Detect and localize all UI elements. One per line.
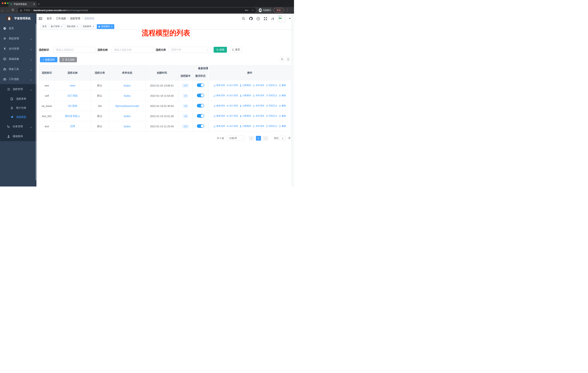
design-process-link[interactable]: ⚙ 设计流程	[227, 84, 238, 87]
avatar[interactable]	[278, 15, 285, 22]
delete-link[interactable]: 删除	[279, 94, 286, 97]
assign-rule-link[interactable]: 分配规则	[240, 125, 251, 128]
sidebar-item-infrastructure[interactable]: 基础设施	[0, 54, 36, 64]
close-icon[interactable]: ✕	[77, 25, 78, 28]
modify-process-link[interactable]: 修改流程	[214, 84, 225, 87]
new-tab-button[interactable]: +	[38, 2, 40, 7]
active-toggle[interactable]	[197, 94, 204, 97]
process-id-input[interactable]	[53, 47, 96, 53]
back-icon[interactable]: ←	[0, 9, 5, 12]
design-process-link[interactable]: ⚙ 设计流程	[227, 114, 238, 118]
breadcrumb-workflow[interactable]: 工作流程	[56, 17, 66, 20]
process-definition-link[interactable]: 流程定义	[266, 125, 277, 128]
import-process-button[interactable]: 导入流程	[59, 57, 77, 62]
next-page-button[interactable]: ›	[263, 136, 268, 141]
active-toggle[interactable]	[197, 124, 204, 128]
goto-page-input[interactable]	[280, 136, 286, 141]
publish-process-link[interactable]: 发布流程	[253, 94, 264, 97]
modify-process-link[interactable]: 修改流程	[214, 104, 225, 107]
process-definition-link[interactable]: 流程定义	[266, 84, 277, 87]
process-definition-link[interactable]: 流程定义	[266, 104, 277, 107]
delete-link[interactable]: 删除	[279, 84, 286, 87]
publish-process-link[interactable]: 发布流程	[253, 125, 264, 128]
delete-link[interactable]: 删除	[279, 104, 286, 107]
modify-process-link[interactable]: 修改流程	[214, 114, 225, 118]
sidebar-item-devtools[interactable]: 研发工具	[0, 64, 36, 74]
sidebar-item-leave-query[interactable]: 请假查询	[0, 131, 36, 141]
sidebar-item-home[interactable]: 首页	[0, 23, 36, 33]
sidebar-item-system[interactable]: ⚙ 系统管理	[0, 33, 36, 44]
fullscreen-icon[interactable]	[263, 17, 267, 20]
url-bar[interactable]: 不安全 dashboard.yudao.iocoder.cn/bpm/manag…	[18, 8, 256, 13]
browser-menu-icon[interactable]: ⋮	[286, 8, 289, 13]
cell-process-name: eeee	[54, 81, 91, 91]
tag-my-process[interactable]: 我的流程✕	[65, 24, 80, 29]
modify-process-link[interactable]: 修改流程	[214, 125, 225, 128]
delete-link[interactable]: 删除	[279, 114, 286, 118]
publish-process-link[interactable]: 发布流程	[253, 114, 264, 118]
design-process-link[interactable]: ⚙ 设计流程	[227, 94, 238, 97]
prev-page-button[interactable]: ‹	[249, 136, 254, 141]
sidebar-item-payment[interactable]: ¥ 支付管理	[0, 44, 36, 54]
active-toggle[interactable]	[197, 83, 204, 87]
process-name-input[interactable]	[112, 47, 154, 53]
search-icon[interactable]	[242, 17, 245, 20]
reset-button[interactable]: 重置	[230, 47, 242, 53]
sidebar-logo[interactable]: 芋道管理系统	[0, 14, 36, 23]
tag-process-form[interactable]: 流程表单✕	[81, 24, 96, 29]
warning-icon[interactable]	[20, 9, 22, 11]
minimize-window-button[interactable]	[4, 2, 6, 4]
close-icon[interactable]: ✕	[111, 25, 113, 28]
design-process-link[interactable]: ⚙ 设计流程	[227, 104, 238, 107]
sidebar-fold-icon[interactable]	[39, 17, 42, 21]
assign-rule-link[interactable]: 分配规则	[240, 104, 251, 107]
create-process-button[interactable]: + 新建流程	[40, 57, 57, 62]
window-scrollbar[interactable]	[291, 14, 294, 186]
reload-icon[interactable]	[10, 9, 15, 12]
sidebar-scrollbar[interactable]	[36, 24, 36, 180]
sidebar-item-task-management[interactable]: 任务管理	[0, 122, 36, 131]
show-search-button[interactable]	[279, 57, 284, 62]
search-button[interactable]: 搜索	[214, 47, 227, 53]
forward-icon[interactable]: →	[5, 9, 10, 12]
window-controls[interactable]	[2, 2, 9, 4]
close-window-button[interactable]	[2, 2, 3, 4]
publish-process-link[interactable]: 发布流程	[253, 104, 264, 107]
modify-process-link[interactable]: 修改流程	[214, 94, 225, 97]
font-size-icon[interactable]: TT	[271, 17, 275, 20]
publish-process-link[interactable]: 发布流程	[253, 84, 264, 87]
assign-rule-link[interactable]: 分配规则	[240, 94, 251, 97]
assign-rule-link[interactable]: 分配规则	[240, 84, 251, 87]
active-toggle[interactable]	[197, 104, 204, 107]
process-definition-link[interactable]: 流程定义	[266, 114, 277, 118]
bookmark-star-icon[interactable]: ☆	[252, 9, 254, 12]
close-icon[interactable]: ✕	[92, 25, 94, 28]
avatar-caret-icon[interactable]	[289, 18, 291, 19]
sidebar-item-process-form[interactable]: 流程表单	[0, 94, 36, 103]
tag-process-model[interactable]: 流程模型✕	[97, 24, 114, 29]
design-process-link[interactable]: ⚙ 设计流程	[227, 125, 238, 128]
sidebar-item-user-group[interactable]: 用户分组	[0, 103, 36, 112]
tag-tenant[interactable]: 租户管理✕	[49, 24, 64, 29]
breadcrumb-home[interactable]: 首页	[47, 17, 52, 20]
process-definition-link[interactable]: 流程定义	[266, 94, 277, 97]
breadcrumb-process-management[interactable]: 流程管理	[70, 17, 80, 20]
close-icon[interactable]: ✕	[61, 25, 63, 28]
assign-rule-link[interactable]: 分配规则	[240, 114, 251, 118]
github-icon[interactable]	[249, 17, 253, 20]
category-select[interactable]: 流程分类	[169, 47, 211, 53]
sidebar-item-workflow[interactable]: 工作流程	[0, 74, 36, 84]
help-icon[interactable]: ?	[256, 17, 260, 20]
page-1-button[interactable]: 1	[256, 136, 261, 141]
sidebar-item-process-model[interactable]: 流程模型	[0, 112, 36, 122]
tab-close-icon[interactable]: ✕	[33, 3, 35, 5]
browser-tab[interactable]: 芋道管理系统 ✕	[8, 1, 37, 7]
refresh-table-button[interactable]	[286, 57, 291, 62]
page-size-select[interactable]: 10条/页	[227, 136, 245, 141]
tag-home[interactable]: 首页	[41, 24, 48, 29]
active-toggle[interactable]	[197, 114, 204, 118]
key-icon[interactable]	[245, 9, 249, 11]
update-button[interactable]: 更新	[273, 8, 284, 13]
sidebar-item-process-management[interactable]: 流程管理	[0, 84, 36, 94]
delete-link[interactable]: 删除	[279, 125, 286, 128]
